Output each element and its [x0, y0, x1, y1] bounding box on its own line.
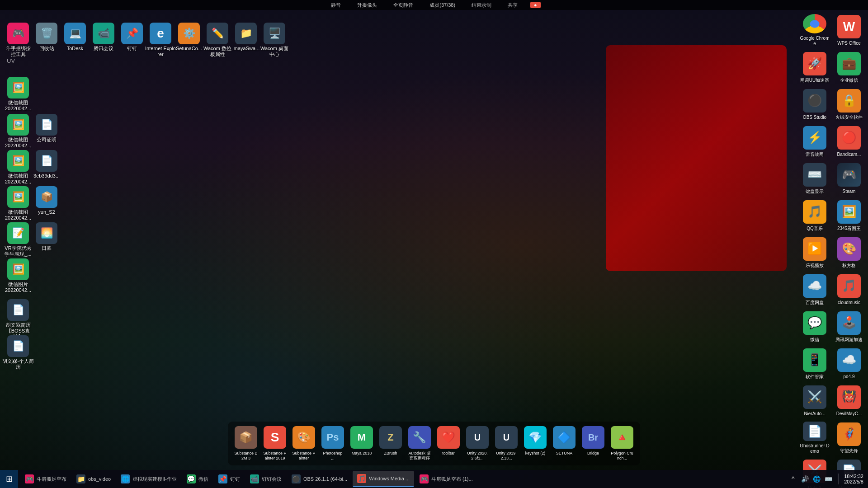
- desktop-icon-wacom-shu[interactable]: ✏️ Wacom 数位板属性: [202, 23, 233, 57]
- desktop-icon-yun-s2[interactable]: 📦 yun_S2: [31, 186, 62, 215]
- sidebar-icon-ghostrunner[interactable]: 📄 Ghostrunner Demo: [798, 420, 831, 456]
- tray-icons: ^ 🔊 🌐 ⌨️: [788, 474, 833, 483]
- tray-network[interactable]: 🌐: [812, 474, 821, 483]
- sidebar-icon-bandicam[interactable]: 🔴 Bandicam...: [832, 123, 866, 160]
- desktop-icon-doushou[interactable]: 🎮 斗手捆绑按控工具: [2, 23, 34, 57]
- dock-icon-substance-b2m3[interactable]: 📦 Substance B2M 3: [232, 424, 259, 463]
- sidebar-icon-software[interactable]: 📱 软件管家: [798, 346, 831, 382]
- tray-volume[interactable]: 🔊: [800, 474, 809, 483]
- sidebar-icon-wangyiuu[interactable]: 🚀 网易UU加速器: [798, 49, 831, 85]
- taskbar-item-wmedia[interactable]: 🎵 Windows Media ...: [353, 471, 414, 487]
- all-mute-btn[interactable]: 全页静音: [390, 2, 417, 9]
- taskbar-item-vr[interactable]: 🌐 虚拟现实建模II-作业: [116, 471, 181, 487]
- dock-icon-polygon[interactable]: 🔺 Polygon Crunch...: [609, 424, 636, 463]
- sidebar-icon-huojian[interactable]: 🔒 火绒安全软件: [832, 86, 866, 122]
- top-recording-bar: 静音 升摄像头 全页静音 成员(37/38) 结束录制 共享 ●: [0, 0, 868, 10]
- desktop: UV 🎮 斗手捆绑按控工具 🗑️ 回收站 💻 ToDesk 📹 腾讯会议 📌 钉…: [0, 10, 868, 470]
- dock-icon-setuna[interactable]: 🔷 SETUNA: [551, 424, 578, 463]
- desktop-icon-diary[interactable]: 🌅 日暮: [31, 222, 62, 251]
- dock-icon-unity2020[interactable]: U Unity 2020.2.6f1...: [464, 424, 491, 463]
- desktop-icon-mayaswa[interactable]: 📁 .mayaSwa...: [230, 23, 262, 52]
- taskbar-item-ding[interactable]: 📌 钉钉: [214, 471, 245, 487]
- dock-icon-toolbar[interactable]: ❤️ toolbar: [435, 424, 462, 463]
- desktop-icon-ie[interactable]: e Internet Explorer: [145, 23, 176, 57]
- sidebar-icon-2345[interactable]: 🖼️ 2345看图王: [832, 197, 866, 234]
- desktop-icon-vr-doc[interactable]: 📝 VR学院优秀学生表现_...: [2, 222, 34, 257]
- start-button[interactable]: ⊞: [0, 470, 18, 488]
- desktop-icon-personal[interactable]: 📄 胡文槑-个人简历: [2, 335, 34, 370]
- desktop-icon-huishou[interactable]: 🗑️ 回收站: [31, 23, 62, 52]
- desktop-icon-weixin-img3[interactable]: 🖼️ 微信截图20220042...: [2, 150, 34, 185]
- taskbar-item-obs-app[interactable]: ⚫ OBS 26.1.1 (64-bi...: [287, 471, 352, 487]
- sidebar-icon-tutu[interactable]: 🎨 秋方格: [832, 235, 866, 271]
- tray-input[interactable]: ⌨️: [824, 474, 833, 483]
- dock-icon-photoshop[interactable]: Ps Photoshop ...: [319, 424, 346, 463]
- end-record-btn[interactable]: 结束录制: [468, 2, 495, 9]
- desktop-icon-setuna[interactable]: ⚙️ SetunaCo...: [173, 23, 205, 52]
- dock-icon-bridge[interactable]: Br Bridge: [580, 424, 607, 463]
- tray-expand[interactable]: ^: [788, 474, 797, 483]
- sidebar-icon-shouhu[interactable]: 🦸 守望先锋: [832, 420, 866, 456]
- sidebar-icon-pd49[interactable]: ☁️ pd4.9: [832, 346, 866, 382]
- sidebar-icon-qiye[interactable]: 💼 企业微信: [832, 49, 866, 85]
- sidebar-icon-obs[interactable]: ⚫ OBS Studio: [798, 86, 831, 122]
- taskbar-divider: [838, 474, 839, 484]
- desktop-icon-weixin-img5[interactable]: 🖼️ 微信图片20220042...: [2, 258, 34, 293]
- stop-btn[interactable]: ●: [530, 2, 541, 8]
- taskbar-item-obs-video[interactable]: 📁 obs_video: [72, 471, 115, 487]
- desktop-icon-weixin-img1[interactable]: 🖼️ 微信截图20220042...: [2, 77, 34, 112]
- dock-icon-keyshot[interactable]: 💎 keyshot (2): [522, 424, 549, 463]
- sidebar-icon-wps[interactable]: W WPS Office: [832, 12, 866, 48]
- desktop-icon-weixin-img2[interactable]: 🖼️ 微信截图20220042...: [2, 114, 34, 149]
- desktop-icon-hash-file[interactable]: 📄 3eb39dd3...: [31, 150, 62, 179]
- sidebar-icon-baidu[interactable]: ☁️ 百度网盘: [798, 272, 831, 308]
- clock-date: 2022/5/8: [844, 479, 863, 484]
- sidebar-icon-leiyin[interactable]: ⚡ 雷音战网: [798, 123, 831, 160]
- taskbar-right: ^ 🔊 🌐 ⌨️ 18:42:32 2022/5/8: [784, 470, 868, 488]
- windows-taskbar: ⊞ 🎮 斗肩弧足空布 📁 obs_video 🌐 虚拟现实建模II-作业 💬 微…: [0, 470, 868, 488]
- taskbar-item-ding-conf[interactable]: 📹 钉钉会议: [245, 471, 286, 487]
- sidebar-icon-nier[interactable]: ⚔️ NierAuto...: [798, 383, 831, 419]
- sidebar-icon-lequ[interactable]: ▶️ 乐视播放: [798, 235, 831, 271]
- sidebar-icon-keyboard[interactable]: ⌨️ 键盘显示: [798, 160, 831, 197]
- sidebar-icon-steam[interactable]: 🎮 Steam: [832, 160, 866, 197]
- desktop-icon-weixin-img4[interactable]: 🖼️ 微信截图20220042...: [2, 186, 34, 221]
- desktop-icon-tencent-meeting[interactable]: 📹 腾讯会议: [88, 23, 119, 52]
- dock-icon-maya2018[interactable]: M Maya 2018: [348, 424, 375, 463]
- taskbar-item-doushou2[interactable]: 🎮 斗肩弧足空布 (1)...: [415, 471, 477, 487]
- camera-btn[interactable]: 升摄像头: [354, 2, 381, 9]
- sidebar-icon-cloudmusic[interactable]: 🎵 cloudmusic: [832, 272, 866, 308]
- taskbar-items: 🎮 斗肩弧足空布 📁 obs_video 🌐 虚拟现实建模II-作业 💬 微信 …: [18, 470, 784, 488]
- taskbar-item-weixin[interactable]: 💬 微信: [182, 471, 213, 487]
- mute-btn[interactable]: 静音: [327, 2, 344, 9]
- uv-label: UV: [7, 57, 15, 64]
- dock-icon-substance-painter-2019[interactable]: S Substance Painter 2019: [261, 424, 288, 463]
- sidebar-icon-tencent-net[interactable]: 🕹️ 腾讯网游加速: [832, 309, 866, 345]
- sidebar-icon-chrome[interactable]: Google Chrome: [798, 12, 831, 48]
- dock-icon-unity2019[interactable]: U Unity 2019.2.13...: [493, 424, 520, 463]
- desktop-icon-ding[interactable]: 📌 钉钉: [116, 23, 148, 52]
- desktop-icon-gongsi[interactable]: 📄 公司证明: [31, 114, 62, 143]
- members-btn[interactable]: 成员(37/38): [426, 2, 459, 9]
- dock-icon-zbrush[interactable]: Z ZBrush: [377, 424, 404, 463]
- sidebar-icon-devilmay[interactable]: 👹 DevilMayC...: [832, 383, 866, 419]
- clock-time: 18:42:32: [844, 474, 863, 479]
- share-btn[interactable]: 共享: [504, 2, 521, 9]
- desktop-icon-todesk[interactable]: 💻 ToDesk: [59, 23, 91, 52]
- clock[interactable]: 18:42:32 2022/5/8: [844, 474, 863, 484]
- taskbar-dock: 📦 Substance B2M 3 S Substance Painter 20…: [228, 422, 640, 465]
- desktop-icon-resume[interactable]: 📄 胡文槑简历【BOSS直聘】: [2, 299, 34, 340]
- desktop-icon-wacom-zhuo[interactable]: 🖥️ Wacom 桌面中心: [259, 23, 290, 57]
- dock-icon-autodesk[interactable]: 🔧 Autodesk 桌面应用程序: [406, 424, 433, 463]
- sidebar-icon-qq-music[interactable]: 🎵 QQ音乐: [798, 197, 831, 234]
- taskbar-item-doushou[interactable]: 🎮 斗肩弧足空布: [20, 471, 71, 487]
- sidebar-icon-weixin[interactable]: 💬 微信: [798, 309, 831, 345]
- dock-icon-substance-painter[interactable]: 🎨 Substance Painter: [290, 424, 317, 463]
- right-sidebar: Google Chrome W WPS Office 🚀 网易UU加速器 💼 企…: [796, 10, 868, 470]
